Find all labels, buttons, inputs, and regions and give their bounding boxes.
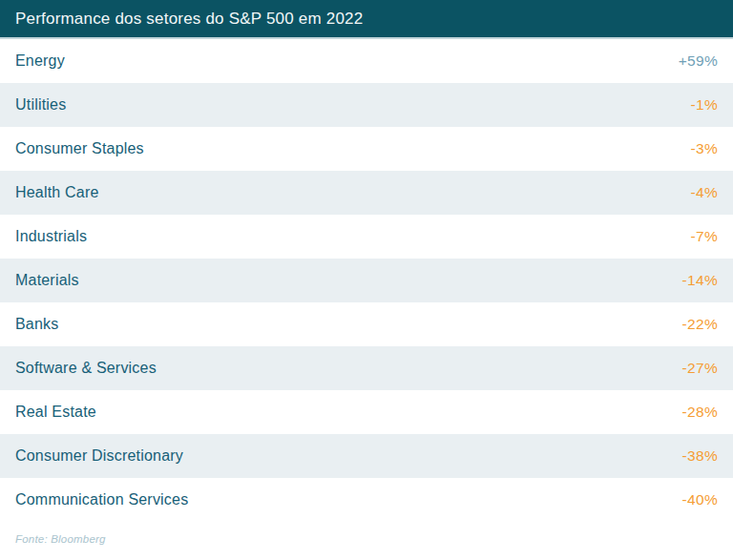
table-row: Banks -22% — [0, 302, 733, 346]
sector-value: -22% — [682, 316, 718, 333]
table-row: Communication Services -40% — [0, 478, 733, 522]
sector-value: -1% — [691, 96, 718, 114]
sector-value: -7% — [691, 228, 718, 245]
table-row: Industrials -7% — [0, 215, 733, 259]
table-row: Real Estate -28% — [0, 390, 733, 434]
source-credit: Fonte: Bloomberg — [15, 533, 106, 545]
table-row: Software & Services -27% — [0, 346, 733, 390]
sector-value: -40% — [682, 491, 718, 508]
sector-label: Software & Services — [15, 360, 157, 377]
sector-label: Consumer Staples — [15, 140, 144, 157]
sector-label: Consumer Discretionary — [15, 447, 183, 465]
sector-value: -28% — [682, 404, 718, 421]
table-row: Materials -14% — [0, 259, 733, 302]
sector-value: -38% — [682, 447, 718, 465]
sector-label: Real Estate — [15, 404, 96, 421]
sector-value: -27% — [682, 360, 718, 377]
page-title: Performance dos setores do S&P 500 em 20… — [15, 10, 363, 29]
chart-header: Performance dos setores do S&P 500 em 20… — [0, 0, 733, 39]
sector-value: -4% — [691, 184, 718, 201]
sector-value: +59% — [679, 52, 718, 70]
sector-value: -14% — [682, 272, 718, 289]
table-row: Utilities -1% — [0, 83, 733, 127]
sector-table: Energy +59% Utilities -1% Consumer Stapl… — [0, 39, 733, 522]
table-row: Energy +59% — [0, 39, 733, 83]
sector-label: Materials — [15, 272, 79, 289]
table-row: Consumer Staples -3% — [0, 127, 733, 171]
sector-label: Industrials — [15, 228, 87, 245]
chart-footer: Fonte: Bloomberg — [0, 522, 733, 547]
sector-label: Utilities — [15, 96, 66, 114]
table-row: Health Care -4% — [0, 171, 733, 215]
sector-label: Health Care — [15, 184, 99, 201]
sector-label: Energy — [15, 52, 65, 70]
sector-value: -3% — [691, 140, 718, 157]
table-row: Consumer Discretionary -38% — [0, 434, 733, 478]
sector-label: Communication Services — [15, 491, 188, 508]
sector-label: Banks — [15, 316, 58, 333]
